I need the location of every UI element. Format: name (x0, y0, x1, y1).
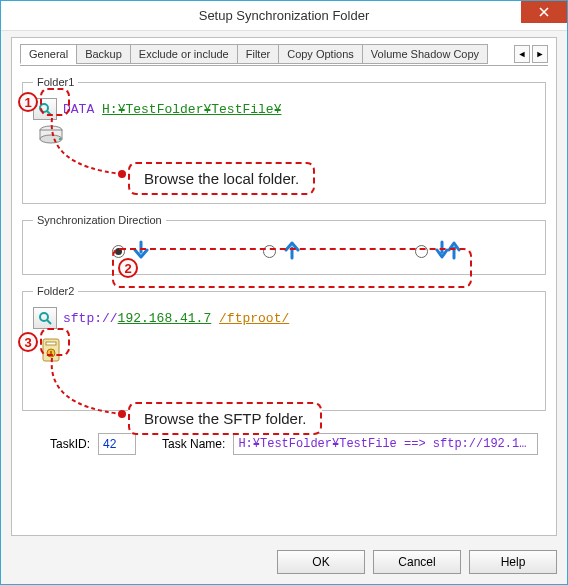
annotation-number-1: 1 (18, 92, 38, 112)
taskid-label: TaskID: (50, 437, 90, 451)
tab-filter[interactable]: Filter (237, 44, 279, 64)
tab-vss[interactable]: Volume Shadow Copy (362, 44, 488, 64)
direction-down-radio[interactable] (112, 245, 125, 258)
folder2-subpath: /ftproot/ (219, 311, 289, 326)
svg-point-5 (59, 138, 61, 140)
server-icon (37, 335, 65, 365)
svg-line-7 (47, 320, 51, 324)
annotation-tip-2: Browse the SFTP folder. (128, 402, 322, 435)
cancel-button[interactable]: Cancel (373, 550, 461, 574)
titlebar: Setup Synchronization Folder (1, 1, 567, 31)
sync-direction-legend: Synchronization Direction (33, 214, 166, 226)
dialog-window: Setup Synchronization Folder General Bac… (0, 0, 568, 585)
arrow-down-icon (132, 240, 150, 260)
close-icon (539, 7, 549, 17)
folder2-scheme: sftp:// (63, 311, 118, 326)
tab-general[interactable]: General (20, 44, 77, 64)
folder2-path: sftp://192.168.41.7 /ftproot/ (63, 311, 289, 326)
magnifier-icon (38, 102, 52, 116)
close-button[interactable] (521, 1, 567, 23)
magnifier-icon (38, 311, 52, 325)
svg-point-4 (40, 135, 62, 143)
annotation-number-3: 3 (18, 332, 38, 352)
sync-direction-group: Synchronization Direction (22, 214, 546, 275)
tab-exclude[interactable]: Exclude or include (130, 44, 238, 64)
direction-both-radio[interactable] (415, 245, 428, 258)
taskname-input[interactable] (233, 433, 538, 455)
tab-copyoptions[interactable]: Copy Options (278, 44, 363, 64)
direction-row (33, 236, 535, 264)
arrow-both-icon (435, 240, 461, 260)
folder2-legend: Folder2 (33, 285, 78, 297)
help-button[interactable]: Help (469, 550, 557, 574)
svg-line-1 (47, 111, 51, 115)
direction-both-option[interactable] (410, 240, 461, 260)
folder2-host: 192.168.41.7 (118, 311, 212, 326)
tab-scroll: ◄ ► (512, 45, 548, 63)
button-bar: OK Cancel Help (277, 550, 557, 574)
tab-scroll-left[interactable]: ◄ (514, 45, 530, 63)
content-panel: General Backup Exclude or include Filter… (11, 37, 557, 536)
taskid-input[interactable] (98, 433, 136, 455)
svg-rect-11 (50, 351, 52, 355)
folder1-legend: Folder1 (33, 76, 78, 88)
folder1-drivepath: H:¥TestFolder¥TestFile¥ (102, 102, 281, 117)
annotation-tip-1: Browse the local folder. (128, 162, 315, 195)
tab-bar: General Backup Exclude or include Filter… (20, 42, 548, 66)
annotation-number-2: 2 (118, 258, 138, 278)
svg-point-6 (40, 313, 48, 321)
taskname-label: Task Name: (162, 437, 225, 451)
folder1-type: DATA (63, 102, 94, 117)
svg-point-0 (40, 104, 48, 112)
direction-up-radio[interactable] (263, 245, 276, 258)
folder1-pathline: DATA H:¥TestFolder¥TestFile¥ (33, 98, 535, 120)
folder2-group: Folder2 sftp://192.168.41.7 /ftproot/ (22, 285, 546, 411)
folder1-path: DATA H:¥TestFolder¥TestFile¥ (63, 102, 281, 117)
tab-scroll-right[interactable]: ► (532, 45, 548, 63)
drive-icon (37, 124, 65, 146)
folder2-browse-button[interactable] (33, 307, 57, 329)
direction-down-option[interactable] (107, 240, 150, 260)
folder2-pathline: sftp://192.168.41.7 /ftproot/ (33, 307, 535, 329)
ok-button[interactable]: OK (277, 550, 365, 574)
window-title: Setup Synchronization Folder (199, 8, 370, 23)
arrow-up-icon (283, 240, 301, 260)
direction-up-option[interactable] (258, 240, 301, 260)
tab-backup[interactable]: Backup (76, 44, 131, 64)
svg-rect-9 (46, 342, 56, 345)
